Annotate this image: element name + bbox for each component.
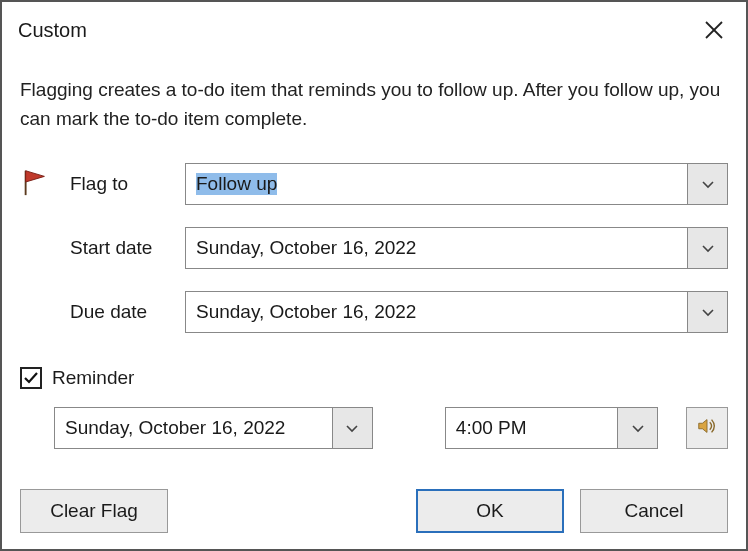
- due-date-value: Sunday, October 16, 2022: [186, 292, 687, 332]
- start-date-label: Start date: [70, 237, 185, 259]
- chevron-down-icon: [345, 421, 359, 435]
- due-date-dropdown-button[interactable]: [687, 292, 727, 332]
- flag-icon: [20, 167, 50, 202]
- reminder-checkbox[interactable]: [20, 367, 42, 389]
- cancel-button[interactable]: Cancel: [580, 489, 728, 533]
- close-icon: [705, 21, 723, 39]
- flag-to-dropdown-button[interactable]: [687, 164, 727, 204]
- flag-to-combo[interactable]: Follow up: [185, 163, 728, 205]
- due-date-label: Due date: [70, 301, 185, 323]
- reminder-label: Reminder: [52, 367, 134, 389]
- start-date-dropdown-button[interactable]: [687, 228, 727, 268]
- flag-to-label: Flag to: [70, 173, 185, 195]
- due-date-combo[interactable]: Sunday, October 16, 2022: [185, 291, 728, 333]
- clear-flag-button[interactable]: Clear Flag: [20, 489, 168, 533]
- chevron-down-icon: [701, 241, 715, 255]
- dialog-description: Flagging creates a to-do item that remin…: [2, 54, 746, 141]
- reminder-time-dropdown-button[interactable]: [617, 408, 657, 448]
- chevron-down-icon: [701, 177, 715, 191]
- flag-to-value: Follow up: [186, 164, 687, 204]
- reminder-time-combo[interactable]: 4:00 PM: [445, 407, 658, 449]
- speaker-icon: [696, 415, 718, 442]
- reminder-date-value: Sunday, October 16, 2022: [55, 408, 332, 448]
- start-date-value: Sunday, October 16, 2022: [186, 228, 687, 268]
- reminder-time-value: 4:00 PM: [446, 408, 617, 448]
- close-button[interactable]: [696, 12, 732, 48]
- reminder-date-combo[interactable]: Sunday, October 16, 2022: [54, 407, 373, 449]
- dialog-title: Custom: [18, 19, 87, 42]
- reminder-date-dropdown-button[interactable]: [332, 408, 372, 448]
- chevron-down-icon: [631, 421, 645, 435]
- start-date-combo[interactable]: Sunday, October 16, 2022: [185, 227, 728, 269]
- chevron-down-icon: [701, 305, 715, 319]
- ok-button[interactable]: OK: [416, 489, 564, 533]
- title-bar: Custom: [2, 2, 746, 54]
- checkmark-icon: [23, 370, 39, 386]
- reminder-sound-button[interactable]: [686, 407, 728, 449]
